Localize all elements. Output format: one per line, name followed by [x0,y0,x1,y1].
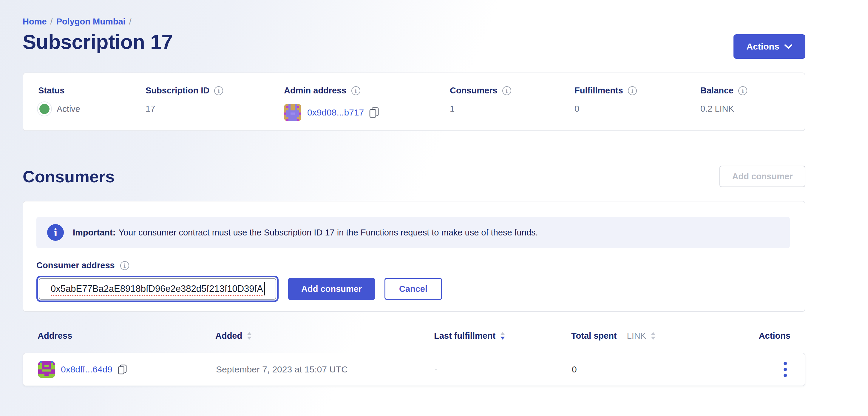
summary-balance: Balance i 0.2 LINK [701,86,805,130]
copy-icon[interactable] [369,107,379,118]
chevron-down-icon [784,44,793,49]
summary-subscription-id: Subscription ID i 17 [146,86,284,130]
column-header-last-fulfillment[interactable]: Last fulfillment [434,331,571,341]
info-icon[interactable]: i [214,86,223,95]
column-header-address: Address [38,331,215,341]
row-address-cell: 0x8dff...64d9 [38,361,216,378]
summary-consumers: Consumers i 1 [450,86,575,130]
consumers-label: Consumers [450,86,498,95]
row-total-spent-cell: 0 [572,364,739,375]
total-spent-value: 0 [572,364,577,375]
important-banner: i Important:Your consumer contract must … [36,217,790,248]
breadcrumb-separator: / [51,17,53,27]
column-header-total-spent[interactable]: Total spent LINK [571,331,738,341]
admin-avatar [284,104,301,121]
consumer-table-row: 0x8dff...64d9 September 7, 2023 at 15:07… [23,353,805,386]
info-icon[interactable]: i [120,261,129,270]
text-cursor [264,282,265,295]
consumer-address-label: Consumer address [36,261,115,270]
breadcrumb-separator: / [129,17,131,27]
subscription-id-value: 17 [146,104,155,114]
subscription-id-label: Subscription ID [146,86,209,95]
admin-address-link[interactable]: 0x9d08...b717 [307,108,364,118]
consumers-table-header: Address Added Last fulfillment Total spe… [23,331,805,341]
info-icon[interactable]: i [502,86,511,95]
info-icon[interactable]: i [738,86,747,95]
address-header-label: Address [38,331,72,341]
info-filled-icon: i [47,224,64,241]
info-icon[interactable]: i [628,86,637,95]
important-banner-rest: Your consumer contract must use the Subs… [118,228,538,237]
last-fulfillment-value: - [435,364,438,375]
last-fulfillment-header-label: Last fulfillment [434,331,495,341]
fulfillments-label: Fulfillments [575,86,623,95]
add-consumer-panel: i Important:Your consumer contract must … [23,201,805,312]
sort-icon[interactable] [651,332,656,339]
actions-button-label: Actions [746,41,779,52]
balance-value: 0.2 LINK [701,104,734,114]
add-consumer-submit-button[interactable]: Add consumer [288,278,375,300]
add-consumer-button-disabled[interactable]: Add consumer [719,166,805,187]
status-value: Active [57,104,80,114]
actions-header-label: Actions [759,331,790,340]
column-header-actions: Actions [738,331,790,341]
consumer-address-input[interactable]: 0x5abE77Ba2aE8918bfD96e2e382d5f213f10D39… [39,278,276,300]
cancel-button[interactable]: Cancel [384,278,442,300]
consumers-section-title: Consumers [23,167,115,186]
subscription-summary-card: Status Active Subscription ID i 17 Admin… [23,72,805,131]
consumers-value: 1 [450,104,455,114]
consumers-section-header: Consumers Add consumer [23,166,805,187]
link-unit-label: LINK [627,331,646,341]
balance-label: Balance [701,86,734,95]
important-banner-bold: Important: [73,228,116,237]
consumer-address-link[interactable]: 0x8dff...64d9 [61,364,113,375]
consumer-address-form-row: 0x5abE77Ba2aE8918bfD96e2e382d5f213f10D39… [36,276,790,302]
status-active-dot [39,104,50,114]
row-last-fulfillment-cell: - [435,364,572,375]
breadcrumb: Home / Polygon Mumbai / [23,17,805,27]
summary-fulfillments: Fulfillments i 0 [575,86,701,130]
added-value: September 7, 2023 at 15:07 UTC [216,364,348,375]
page-title: Subscription 17 [23,30,805,53]
added-header-label: Added [215,331,242,341]
row-added-cell: September 7, 2023 at 15:07 UTC [216,364,435,375]
consumer-avatar [38,361,55,378]
status-label: Status [38,86,65,95]
actions-button[interactable]: Actions [734,34,805,59]
breadcrumb-home-link[interactable]: Home [23,17,47,27]
column-header-added[interactable]: Added [215,331,434,341]
consumer-address-label-row: Consumer address i [36,261,790,270]
sort-icon[interactable] [247,332,252,339]
consumer-address-input-value: 0x5abE77Ba2aE8918bfD96e2e382d5f213f10D39… [51,284,263,294]
kebab-menu-icon[interactable] [781,360,790,379]
row-actions-cell [739,360,790,379]
breadcrumb-network-link[interactable]: Polygon Mumbai [56,17,126,27]
total-spent-header-label: Total spent [571,331,617,341]
important-banner-text: Important:Your consumer contract must us… [73,228,538,238]
info-icon[interactable]: i [351,86,360,95]
copy-icon[interactable] [118,364,127,375]
summary-status: Status Active [38,86,146,130]
sort-icon-active-desc[interactable] [500,332,505,339]
summary-admin-address: Admin address i 0x9d08...b717 [284,86,450,130]
page-content: Home / Polygon Mumbai / Subscription 17 … [0,0,868,386]
admin-address-label: Admin address [284,86,347,95]
consumer-address-input-focus-ring: 0x5abE77Ba2aE8918bfD96e2e382d5f213f10D39… [36,276,279,302]
fulfillments-value: 0 [575,104,579,114]
